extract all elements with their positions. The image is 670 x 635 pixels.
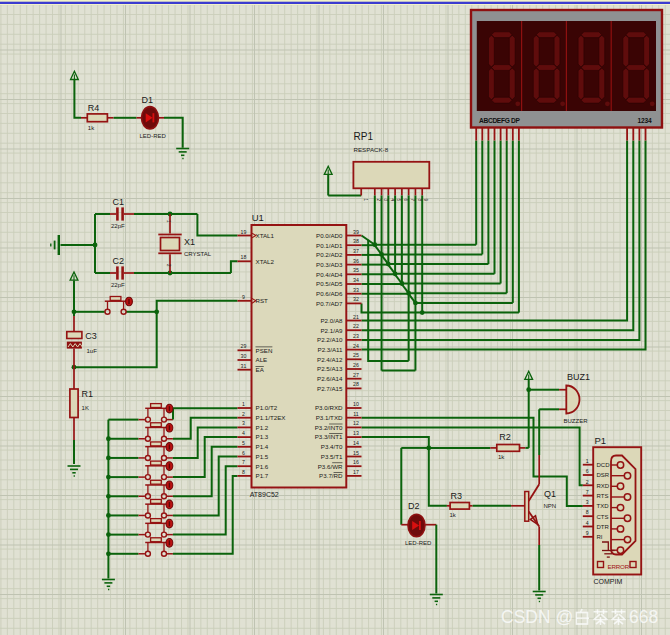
svg-text:1: 1 — [242, 401, 245, 407]
svg-text:LED-RED: LED-RED — [140, 133, 167, 139]
svg-text:P3.0/RXD: P3.0/RXD — [315, 404, 343, 411]
svg-text:P2.2/A10: P2.2/A10 — [317, 336, 343, 343]
svg-text:3: 3 — [242, 420, 245, 426]
svg-text:U1: U1 — [252, 212, 264, 223]
svg-text:AT89C52: AT89C52 — [250, 491, 279, 498]
svg-text:12: 12 — [353, 420, 359, 426]
svg-text:P1.1/T2EX: P1.1/T2EX — [256, 414, 286, 421]
svg-text:RESPACK-8: RESPACK-8 — [354, 146, 389, 153]
svg-text:6: 6 — [242, 450, 245, 456]
svg-text:4: 4 — [390, 199, 395, 202]
svg-text:RST: RST — [256, 297, 269, 304]
svg-text:9: 9 — [586, 530, 589, 536]
svg-text:D2: D2 — [408, 501, 420, 511]
svg-text:6: 6 — [403, 199, 408, 202]
svg-text:22pF: 22pF — [111, 282, 125, 288]
svg-text:8: 8 — [242, 469, 245, 475]
svg-text:P3.6/WR: P3.6/WR — [318, 463, 343, 470]
svg-text:1k: 1k — [498, 454, 505, 460]
svg-text:X1: X1 — [184, 237, 195, 247]
svg-text:8: 8 — [417, 199, 422, 202]
svg-text:P0.5/AD5: P0.5/AD5 — [316, 280, 343, 287]
svg-text:P3.5/T1: P3.5/T1 — [321, 453, 343, 460]
svg-text:C3: C3 — [85, 331, 97, 341]
svg-text:BUZZER: BUZZER — [564, 418, 589, 424]
svg-text:EA: EA — [256, 366, 265, 373]
svg-text:17: 17 — [353, 469, 359, 475]
svg-text:P3.3/INT1: P3.3/INT1 — [315, 433, 343, 440]
svg-text:ALE: ALE — [256, 356, 268, 363]
svg-text:1: 1 — [363, 199, 368, 202]
svg-text:10: 10 — [353, 401, 359, 407]
svg-text:C1: C1 — [113, 197, 125, 207]
svg-text:2: 2 — [376, 199, 381, 202]
svg-text:P1.4: P1.4 — [256, 443, 269, 450]
svg-text:2: 2 — [242, 411, 245, 417]
svg-text:P1.6: P1.6 — [256, 463, 269, 470]
svg-text:23: 23 — [353, 333, 359, 339]
svg-text:9: 9 — [242, 294, 245, 300]
svg-text:7: 7 — [586, 489, 589, 495]
svg-text:4: 4 — [242, 430, 245, 436]
svg-text:PSEN: PSEN — [256, 347, 273, 354]
svg-text:8: 8 — [586, 509, 589, 515]
svg-text:33: 33 — [353, 287, 359, 293]
svg-text:5: 5 — [242, 440, 245, 446]
svg-text:2: 2 — [586, 479, 589, 485]
svg-text:R3: R3 — [451, 491, 463, 501]
svg-text:18: 18 — [241, 254, 247, 260]
svg-text:37: 37 — [353, 248, 359, 254]
svg-text:P2.4/A12: P2.4/A12 — [317, 356, 343, 363]
svg-text:1k: 1k — [450, 512, 457, 518]
svg-text:P3.7/RD: P3.7/RD — [319, 472, 343, 479]
svg-text:RI: RI — [597, 534, 603, 540]
svg-text:P2.6/A14: P2.6/A14 — [317, 375, 343, 382]
svg-text:P2.1/A9: P2.1/A9 — [320, 327, 343, 334]
svg-text:28: 28 — [353, 381, 359, 387]
svg-text:P1.7: P1.7 — [256, 472, 269, 479]
svg-text:P1: P1 — [594, 435, 606, 446]
svg-text:4: 4 — [586, 520, 589, 526]
svg-text:P0.4/AD4: P0.4/AD4 — [316, 271, 343, 278]
svg-text:R4: R4 — [88, 103, 100, 113]
svg-text:6: 6 — [586, 468, 589, 474]
svg-text:1: 1 — [166, 220, 171, 223]
svg-text:ERROR: ERROR — [608, 563, 630, 570]
svg-text:P1.0/T2: P1.0/T2 — [256, 404, 278, 411]
svg-text:P3.4/T0: P3.4/T0 — [321, 443, 343, 450]
svg-text:13: 13 — [353, 430, 359, 436]
svg-text:39: 39 — [353, 229, 359, 235]
svg-text:P0.0/AD0: P0.0/AD0 — [316, 232, 343, 239]
svg-text:38: 38 — [353, 238, 359, 244]
svg-text:15: 15 — [353, 450, 359, 456]
svg-text:P2.5/A13: P2.5/A13 — [317, 365, 343, 372]
svg-text:DSR: DSR — [597, 472, 610, 478]
svg-text:11: 11 — [353, 411, 358, 417]
svg-text:CTS: CTS — [597, 514, 609, 520]
svg-text:RP1: RP1 — [354, 131, 374, 142]
svg-text:34: 34 — [353, 277, 359, 283]
svg-text:1234: 1234 — [638, 117, 652, 124]
svg-text:31: 31 — [241, 363, 247, 369]
svg-text:1k: 1k — [88, 125, 95, 131]
svg-text:RTS: RTS — [597, 493, 609, 499]
svg-text:1uF: 1uF — [87, 348, 98, 354]
svg-text:1K: 1K — [82, 405, 89, 411]
svg-text:CSDN @: CSDN @ — [501, 607, 573, 627]
svg-text:C2: C2 — [113, 256, 125, 266]
svg-text:19: 19 — [241, 229, 247, 235]
svg-text:BUZ1: BUZ1 — [567, 372, 590, 382]
svg-text:DCD: DCD — [597, 462, 611, 468]
svg-text:TXD: TXD — [597, 503, 610, 509]
svg-text:14: 14 — [353, 440, 359, 446]
svg-text:32: 32 — [353, 296, 359, 302]
svg-text:NPN: NPN — [544, 503, 557, 509]
svg-text:5: 5 — [396, 199, 401, 202]
svg-text:R1: R1 — [82, 389, 94, 399]
svg-text:P0.1/AD1: P0.1/AD1 — [316, 242, 343, 249]
svg-text:P0.6/AD6: P0.6/AD6 — [316, 290, 343, 297]
svg-text:3: 3 — [586, 499, 589, 505]
svg-text:36: 36 — [353, 258, 359, 264]
svg-text:27: 27 — [353, 372, 359, 378]
svg-text:2: 2 — [166, 264, 171, 267]
